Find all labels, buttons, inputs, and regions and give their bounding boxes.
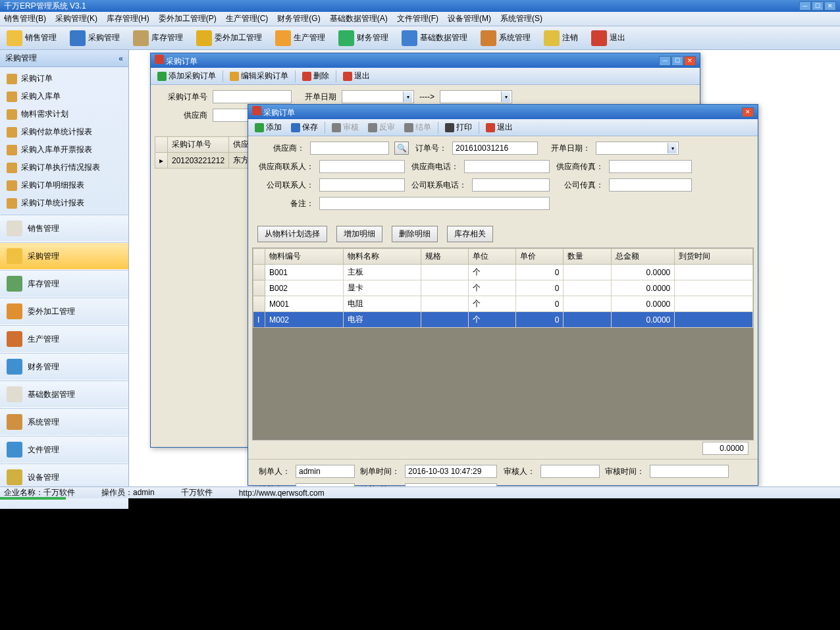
grid-col-7[interactable]: 到货时间 [675,249,753,265]
remark-input[interactable] [319,197,550,210]
toolbar-系统管理[interactable]: 系统管理 [477,28,535,49]
toolbar-基础数据管理[interactable]: 基础数据管理 [398,28,471,49]
maximize-button[interactable]: ☐ [812,1,824,11]
win1-tb-退出[interactable]: 退出 [340,69,373,83]
menu-item-9[interactable]: 系统管理(S) [500,13,542,24]
sidebar-item-6[interactable]: 采购订单明细报表 [0,176,128,194]
grid-col-0[interactable]: 物料编号 [265,249,344,265]
open-date-combo[interactable]: ▾ [596,142,679,155]
win1-close[interactable]: ✕ [684,56,696,66]
toolbar-生产管理[interactable]: 生产管理 [271,28,329,49]
detail-grid: 物料编号物料名称规格单位单价数量总金额到货时间B001主板个00.0000B00… [252,248,754,440]
auditor-input[interactable] [540,465,600,478]
module-基础数据管理[interactable]: 基础数据管理 [0,381,128,408]
action-icon [230,72,239,81]
grid-row[interactable]: IM002电容个00.0000 [253,312,753,328]
sidebar-collapse-icon[interactable]: « [118,54,123,63]
sup-contact-input[interactable] [319,160,405,173]
btn-删除明细[interactable]: 删除明细 [392,226,438,242]
grid-col-5[interactable]: 数量 [564,249,611,265]
menu-item-3[interactable]: 委外加工管理(P) [159,13,217,24]
co-contact-input[interactable] [319,178,405,192]
sidebar-item-0[interactable]: 采购订单 [0,70,128,88]
grid-col-2[interactable]: 规格 [421,249,469,265]
btn-库存相关[interactable]: 库存相关 [447,226,493,242]
win1-date-from[interactable]: ▾ [342,90,414,103]
grid-row[interactable]: M001电阻个00.0000 [253,296,753,312]
win2-tb-打印[interactable]: 打印 [442,120,475,134]
btn-从物料计划选择[interactable]: 从物料计划选择 [257,226,327,242]
module-财务管理[interactable]: 财务管理 [0,353,128,381]
sup-phone-input[interactable] [464,160,550,173]
supplier-search-button[interactable]: 🔍 [394,142,409,155]
sidebar-item-5[interactable]: 采购订单执行情况报表 [0,159,128,176]
sup-contact-label: 供应商联系人： [257,161,314,172]
win1-grid-row[interactable]: ▸ 201203221212 东方亿 [155,153,261,169]
toolbar-销售管理[interactable]: 销售管理 [3,28,61,49]
grid-col-4[interactable]: 单价 [516,249,564,265]
menu-item-8[interactable]: 设备管理(M) [448,13,491,24]
toolbar-委外加工管理[interactable]: 委外加工管理 [192,28,266,49]
auditor-label: 审核人： [502,466,535,477]
audittime-input[interactable] [650,465,729,478]
order-input[interactable] [452,142,538,155]
action-icon [486,123,495,132]
menu-item-0[interactable]: 销售管理(B) [4,13,46,24]
toolbar-库存管理[interactable]: 库存管理 [129,28,187,49]
win2-close[interactable]: ✕ [742,107,754,117]
action-icon [445,123,454,132]
co-contact-label: 公司联系人： [257,180,314,191]
sidebar-item-4[interactable]: 采购入库单开票报表 [0,141,128,159]
module-库存管理[interactable]: 库存管理 [0,270,128,298]
menu-item-4[interactable]: 生产管理(C) [226,13,269,24]
grid-col-6[interactable]: 总金额 [611,249,675,265]
module-委外加工管理[interactable]: 委外加工管理 [0,298,128,325]
maketime-input[interactable] [405,465,497,478]
win1-tb-添加采购订单[interactable]: 添加采购订单 [155,69,219,83]
menu-item-5[interactable]: 财务管理(G) [277,13,320,24]
menu-item-7[interactable]: 文件管理(F) [397,13,438,24]
sidebar-item-3[interactable]: 采购付款单统计报表 [0,123,128,141]
grid-row[interactable]: B002显卡个00.0000 [253,280,753,296]
win1-col-orderno[interactable]: 采购订单号 [168,137,229,153]
window-purchase-edit: 采购订单 ✕ 添加保存审核反审结单打印退出 供应商： 🔍 订单号： 开单日期： … [248,104,758,486]
win1-maximize[interactable]: ☐ [671,56,683,66]
grid-col-1[interactable]: 物料名称 [343,249,421,265]
win2-tb-添加[interactable]: 添加 [252,120,284,134]
module-icon [7,442,22,458]
co-fax-input[interactable] [609,178,692,192]
module-采购管理[interactable]: 采购管理 [0,242,128,270]
toolbar-采购管理[interactable]: 采购管理 [66,28,124,49]
maker-input[interactable] [296,465,355,478]
module-销售管理[interactable]: 销售管理 [0,215,128,242]
sup-fax-input[interactable] [609,160,692,173]
win1-date-to[interactable]: ▾ [440,90,512,103]
action-icon [302,72,311,81]
win2-tb-保存[interactable]: 保存 [288,120,321,134]
menu-item-6[interactable]: 基础数据管理(A) [330,13,388,24]
grid-col-3[interactable]: 单位 [469,249,516,265]
menu-item-2[interactable]: 库存管理(H) [107,13,149,24]
close-button[interactable]: ✕ [824,1,836,11]
supplier-input[interactable] [310,142,389,155]
module-生产管理[interactable]: 生产管理 [0,325,128,353]
module-系统管理[interactable]: 系统管理 [0,408,128,436]
toolbar-财务管理[interactable]: 财务管理 [334,28,392,49]
win1-minimize[interactable]: ─ [659,56,671,66]
co-phone-input[interactable] [472,178,550,192]
module-文件管理[interactable]: 文件管理 [0,436,128,463]
menu-item-1[interactable]: 采购管理(K) [55,13,97,24]
win1-tb-删除[interactable]: 删除 [300,69,332,83]
toolbar-注销[interactable]: 注销 [540,28,582,49]
minimize-button[interactable]: ─ [799,1,811,11]
content-area: 采购订单 ─ ☐ ✕ 添加采购订单编辑采购订单删除退出 采购订单号 开单日期 ▾… [129,50,840,488]
btn-增加明细[interactable]: 增加明细 [336,226,382,242]
sidebar-item-1[interactable]: 采购入库单 [0,88,128,105]
toolbar-退出[interactable]: 退出 [587,28,629,49]
win1-orderno-input[interactable] [213,90,292,103]
win1-tb-编辑采购订单[interactable]: 编辑采购订单 [227,69,291,83]
win2-tb-退出[interactable]: 退出 [483,120,515,134]
grid-row[interactable]: B001主板个00.0000 [253,265,753,280]
sidebar-item-2[interactable]: 物料需求计划 [0,105,128,123]
sidebar-item-7[interactable]: 采购订单统计报表 [0,194,128,212]
